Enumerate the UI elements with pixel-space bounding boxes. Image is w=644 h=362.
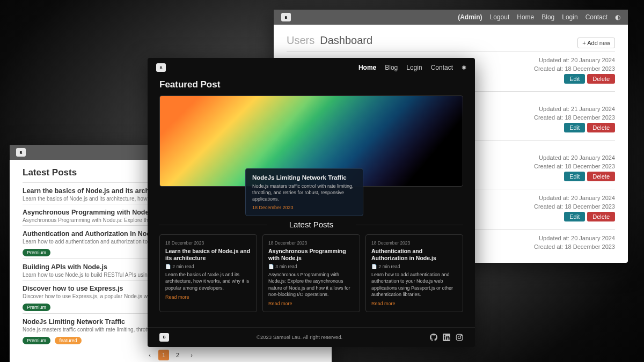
created-at: Created at: 18 December 2023 <box>534 114 615 121</box>
pagination: ‹ 1 2 › <box>23 350 319 360</box>
logo-icon: B <box>156 63 166 72</box>
tab-users[interactable]: Users <box>287 34 314 47</box>
premium-badge: Premium <box>23 304 50 311</box>
edit-button[interactable]: Edit <box>564 172 585 181</box>
hero-date: 18 December 2023 <box>252 205 356 210</box>
footer: B ©2023 Samuel Lau. All right reserved. <box>148 327 475 347</box>
card-meta: 📄 3 min read <box>268 264 354 269</box>
page-prev[interactable]: ‹ <box>144 350 155 360</box>
nav-blog[interactable]: Blog <box>541 13 554 21</box>
page-1[interactable]: 1 <box>158 350 169 360</box>
theme-toggle-icon[interactable]: ✺ <box>462 64 466 71</box>
latest-posts-heading: Latest Posts <box>159 220 463 229</box>
read-more-link[interactable]: Read more <box>165 294 189 300</box>
edit-button[interactable]: Edit <box>564 74 585 84</box>
updated-at: Updated at: 20 January 2024 <box>539 195 615 201</box>
post-card[interactable]: 18 December 2023 Authentication and Auth… <box>365 234 463 312</box>
read-more-link[interactable]: Read more <box>371 301 396 306</box>
post-card[interactable]: 18 December 2023 Asynchronous Programmin… <box>262 234 360 312</box>
updated-at: Updated at: 20 January 2024 <box>539 235 615 241</box>
svg-rect-1 <box>444 336 445 339</box>
github-icon[interactable] <box>430 334 437 341</box>
delete-button[interactable]: Delete <box>587 212 615 221</box>
card-date: 18 December 2023 <box>165 240 251 246</box>
featured-heading: Featured Post <box>159 79 463 90</box>
premium-badge: Premium <box>23 337 50 344</box>
nav-contact[interactable]: Contact <box>586 13 608 21</box>
created-at: Created at: 18 December 2023 <box>534 243 615 250</box>
admin-user-label: (Admin) <box>458 13 482 21</box>
page-next[interactable]: › <box>186 350 197 360</box>
card-date: 18 December 2023 <box>371 240 457 246</box>
created-at: Created at: 18 December 2023 <box>534 65 615 72</box>
card-body: Asynchronous Programming with Node.js: E… <box>268 271 354 298</box>
svg-point-2 <box>444 335 445 336</box>
created-at: Created at: 18 December 2023 <box>534 163 615 169</box>
logo-icon: B <box>281 13 291 21</box>
logo-icon: B <box>16 148 26 157</box>
tab-dashboard[interactable]: Dashboard <box>320 34 372 47</box>
admin-nav: B (Admin) Logout Home Blog Login Contact… <box>274 10 628 25</box>
post-card[interactable]: 18 December 2023 Learn the basics of Nod… <box>159 234 257 312</box>
footer-text: ©2023 Samuel Lau. All right reserved. <box>257 334 342 340</box>
updated-at: Updated at: 21 January 2024 <box>539 106 615 112</box>
dark-nav: B Home Blog Login Contact ✺ <box>148 58 475 77</box>
read-more-link[interactable]: Read more <box>268 301 292 306</box>
admin-title: Users Dashboard <box>287 34 615 47</box>
card-date: 18 December 2023 <box>268 240 354 246</box>
card-body: Learn the basics of Node.js and its arch… <box>165 271 251 291</box>
delete-button[interactable]: Delete <box>587 74 615 84</box>
add-new-button[interactable]: + Add new <box>577 38 615 48</box>
card-title: Learn the basics of Node.js and its arch… <box>165 248 251 262</box>
nav-login[interactable]: Login <box>562 13 577 21</box>
svg-point-4 <box>458 336 460 338</box>
updated-at: Updated at: 20 January 2024 <box>539 154 615 161</box>
delete-button[interactable]: Delete <box>587 172 615 181</box>
instagram-icon[interactable] <box>456 334 463 341</box>
featured-panel: B Home Blog Login Contact ✺ Featured Pos… <box>148 58 475 347</box>
nav-home[interactable]: Home <box>517 13 534 21</box>
nav-blog[interactable]: Blog <box>385 64 398 71</box>
edit-button[interactable]: Edit <box>564 123 585 132</box>
delete-button[interactable]: Delete <box>587 123 615 132</box>
card-meta: 📄 2 min read <box>165 264 251 269</box>
nav-logout[interactable]: Logout <box>490 13 510 21</box>
logo-icon: B <box>159 333 169 342</box>
page-2[interactable]: 2 <box>172 350 183 360</box>
linkedin-icon[interactable] <box>443 334 450 341</box>
card-meta: 📄 2 min read <box>371 264 457 269</box>
card-title: Authentication and Authorization in Node… <box>371 248 457 262</box>
svg-point-5 <box>461 335 462 336</box>
card-title: Asynchronous Programming with Node.js <box>268 248 354 262</box>
card-body: Learn how to add authentication and auth… <box>371 271 457 298</box>
hero-desc: Node.js masters traffic control with rat… <box>252 182 356 202</box>
updated-at: Updated at: 20 January 2024 <box>539 57 615 63</box>
edit-button[interactable]: Edit <box>564 212 585 221</box>
nav-login[interactable]: Login <box>406 64 422 71</box>
nav-home[interactable]: Home <box>358 64 376 71</box>
featured-badge: featured <box>55 337 81 344</box>
premium-badge: Premium <box>23 249 50 256</box>
theme-toggle-icon[interactable]: ◐ <box>615 13 620 21</box>
nav-contact[interactable]: Contact <box>431 64 453 71</box>
hero-card[interactable]: NodeJs Limiting Network Traffic Node.js … <box>245 168 363 216</box>
hero-title: NodeJs Limiting Network Traffic <box>252 174 356 180</box>
created-at: Created at: 18 December 2023 <box>534 203 615 210</box>
